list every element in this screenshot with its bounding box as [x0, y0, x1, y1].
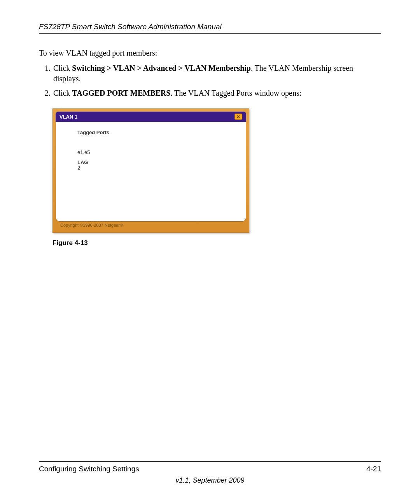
section-heading: Tagged Ports — [77, 130, 242, 135]
instruction-step-1: Click Switching > VLAN > Advanced > VLAN… — [52, 63, 381, 84]
port-list-value: e1,e5 — [77, 149, 242, 155]
step-2-suffix: . The VLAN Tagged Ports window opens: — [170, 89, 301, 97]
window-titlebar: VLAN 1 — [56, 112, 246, 122]
footer-rule — [39, 461, 381, 462]
header-rule — [39, 33, 381, 34]
figure-caption: Figure 4-13 — [52, 239, 381, 247]
instruction-list: Click Switching > VLAN > Advanced > VLAN… — [52, 63, 381, 98]
lag-label: LAG — [77, 160, 242, 165]
lag-value: 2 — [77, 165, 242, 171]
window-copyright: Copyright ©1996-2007 Netgear® — [56, 222, 246, 228]
vlan-tagged-ports-window: VLAN 1 Tagged Ports e1,e5 LAG 2 Copyrigh… — [52, 108, 249, 233]
close-icon — [236, 115, 240, 119]
page-footer: Configuring Switching Settings 4-21 v1.1… — [39, 461, 381, 485]
instruction-step-2: Click TAGGED PORT MEMBERS. The VLAN Tagg… — [52, 88, 381, 98]
footer-version: v1.1, September 2009 — [39, 476, 381, 485]
step-1-bold: Switching > VLAN > Advanced > VLAN Membe… — [72, 64, 251, 72]
step-2-prefix: Click — [53, 89, 72, 97]
document-header-title: FS728TP Smart Switch Software Administra… — [39, 23, 381, 31]
window-title: VLAN 1 — [60, 114, 77, 120]
close-button[interactable] — [234, 114, 242, 120]
step-2-bold: TAGGED PORT MEMBERS — [72, 89, 170, 97]
step-1-prefix: Click — [53, 64, 72, 72]
window-body: Tagged Ports e1,e5 LAG 2 — [56, 122, 246, 222]
intro-text: To view VLAN tagged port members: — [39, 49, 381, 58]
footer-section-name: Configuring Switching Settings — [39, 465, 139, 473]
figure-wrap: VLAN 1 Tagged Ports e1,e5 LAG 2 Copyrigh… — [52, 108, 381, 233]
footer-page-number: 4-21 — [366, 465, 381, 473]
